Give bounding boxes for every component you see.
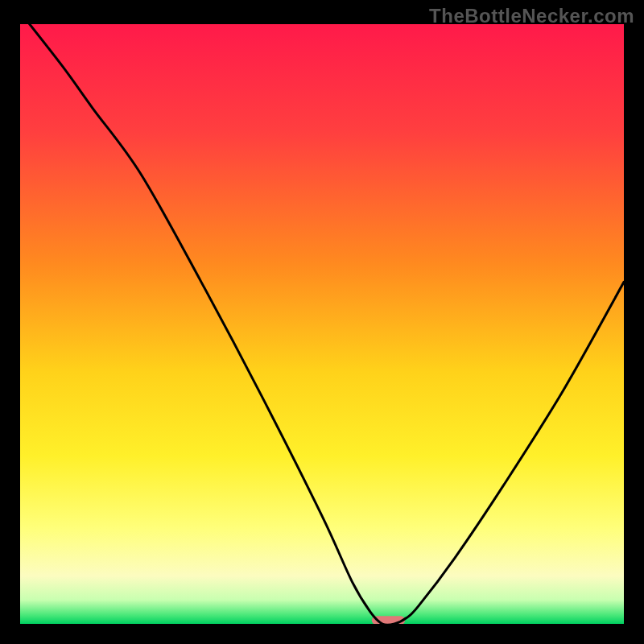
chart-background-gradient [20,24,624,624]
chart-container: TheBottleNecker.com [0,0,644,644]
chart-plot-area [20,24,624,624]
bottleneck-chart [20,24,624,624]
